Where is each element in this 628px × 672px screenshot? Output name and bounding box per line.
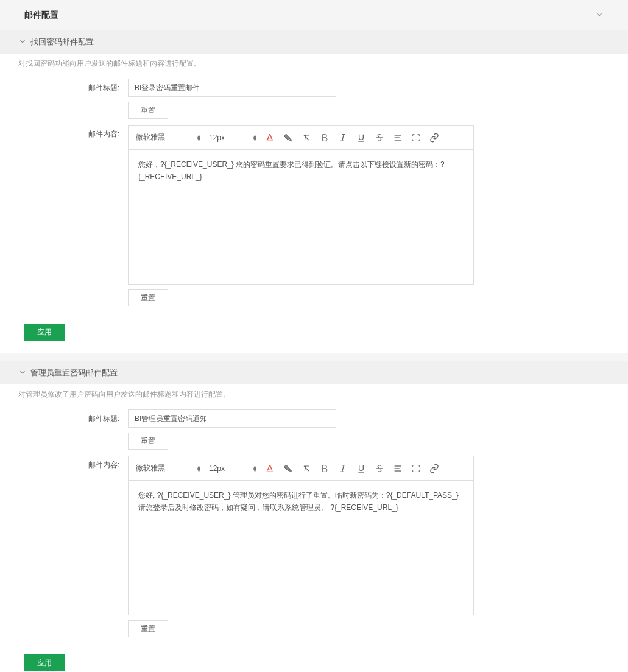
font-size-select[interactable]: 12px ▴▾	[205, 129, 260, 146]
caret-icon: ▴▾	[197, 465, 200, 472]
clear-format-icon[interactable]	[298, 129, 315, 146]
italic-icon[interactable]	[334, 129, 351, 146]
svg-line-3	[342, 134, 344, 141]
chevron-down-icon	[18, 368, 27, 378]
apply-button[interactable]: 应用	[24, 654, 65, 671]
underline-icon[interactable]	[353, 460, 370, 477]
reset-content-button[interactable]: 重置	[128, 620, 168, 637]
section-body-admin-reset: 邮件标题: 重置 邮件内容: 微软雅黑 ▴▾ 12px ▴▾	[0, 409, 628, 672]
reset-content-button[interactable]: 重置	[128, 289, 168, 306]
caret-icon: ▴▾	[253, 465, 256, 472]
email-title-input[interactable]	[128, 409, 336, 428]
align-icon[interactable]	[389, 460, 406, 477]
font-color-icon[interactable]	[261, 460, 278, 477]
section-desc-password-recovery: 对找回密码功能向用户发送的邮件标题和内容进行配置。	[0, 54, 628, 79]
strikethrough-icon[interactable]	[371, 129, 388, 146]
reset-title-button[interactable]: 重置	[128, 102, 168, 119]
section-body-password-recovery: 邮件标题: 重置 邮件内容: 微软雅黑 ▴▾ 12px ▴▾	[0, 79, 628, 353]
italic-icon[interactable]	[334, 460, 351, 477]
link-icon[interactable]	[426, 460, 443, 477]
font-size-select[interactable]: 12px ▴▾	[205, 460, 260, 477]
collapse-main-icon[interactable]	[595, 10, 604, 21]
chevron-down-icon	[18, 37, 27, 48]
clear-format-icon[interactable]	[298, 460, 315, 477]
caret-icon: ▴▾	[197, 134, 200, 141]
font-size-value: 12px	[209, 133, 225, 142]
background-color-icon[interactable]	[280, 129, 297, 146]
underline-icon[interactable]	[353, 129, 370, 146]
email-title-label: 邮件标题:	[18, 409, 128, 424]
font-color-icon[interactable]	[261, 129, 278, 146]
section-title: 管理员重置密码邮件配置	[30, 367, 118, 378]
apply-button[interactable]: 应用	[24, 324, 65, 341]
main-header: 邮件配置	[0, 0, 628, 30]
font-family-value: 微软雅黑	[136, 132, 165, 143]
section-header-password-recovery[interactable]: 找回密码邮件配置	[0, 30, 628, 54]
editor-content[interactable]: 您好，?{_RECEIVE_USER_} 您的密码重置要求已得到验证。请点击以下…	[129, 150, 473, 284]
font-family-select[interactable]: 微软雅黑 ▴▾	[132, 460, 204, 477]
editor-content[interactable]: 您好, ?{_RECEIVE_USER_} 管理员对您的密码进行了重置。临时新密…	[129, 481, 473, 615]
svg-rect-0	[267, 140, 273, 141]
font-family-select[interactable]: 微软雅黑 ▴▾	[132, 129, 204, 146]
editor-toolbar: 微软雅黑 ▴▾ 12px ▴▾	[129, 126, 473, 150]
font-family-value: 微软雅黑	[136, 463, 165, 473]
font-size-value: 12px	[209, 464, 225, 473]
section-header-admin-reset[interactable]: 管理员重置密码邮件配置	[0, 361, 628, 384]
bold-icon[interactable]	[316, 129, 333, 146]
svg-rect-9	[267, 471, 273, 472]
section-desc-admin-reset: 对管理员修改了用户密码向用户发送的邮件标题和内容进行配置。	[0, 384, 628, 409]
email-content-label: 邮件内容:	[18, 125, 128, 140]
section-title: 找回密码邮件配置	[30, 37, 94, 48]
strikethrough-icon[interactable]	[371, 460, 388, 477]
page-title: 邮件配置	[24, 10, 58, 21]
reset-title-button[interactable]: 重置	[128, 433, 168, 450]
fullscreen-icon[interactable]	[407, 460, 425, 477]
caret-icon: ▴▾	[253, 134, 256, 141]
email-title-label: 邮件标题:	[18, 79, 128, 93]
bold-icon[interactable]	[316, 460, 333, 477]
rich-text-editor: 微软雅黑 ▴▾ 12px ▴▾	[128, 125, 474, 285]
fullscreen-icon[interactable]	[407, 129, 425, 146]
align-icon[interactable]	[389, 129, 406, 146]
svg-line-12	[342, 465, 344, 472]
link-icon[interactable]	[426, 129, 443, 146]
rich-text-editor: 微软雅黑 ▴▾ 12px ▴▾	[128, 456, 474, 615]
email-content-label: 邮件内容:	[18, 456, 128, 470]
email-title-input[interactable]	[128, 79, 336, 97]
editor-toolbar: 微软雅黑 ▴▾ 12px ▴▾	[129, 456, 473, 481]
background-color-icon[interactable]	[280, 460, 297, 477]
